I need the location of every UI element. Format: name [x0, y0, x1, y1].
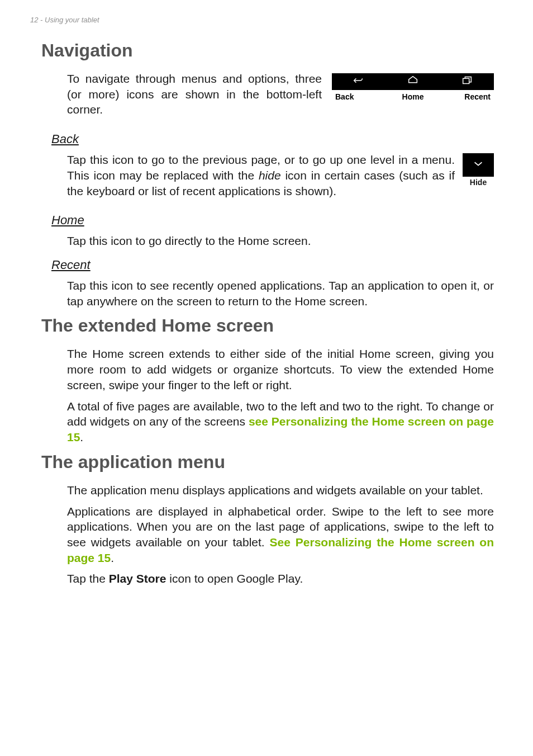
section-title-navigation: Navigation	[41, 40, 494, 61]
navbar-label-home: Home	[387, 92, 439, 101]
section-title-extended-home: The extended Home screen	[41, 315, 494, 336]
navbar-strip	[332, 73, 494, 90]
chevron-down-icon	[472, 158, 484, 172]
appmenu2-text-b: .	[111, 551, 114, 564]
back-paragraph: Tap this icon to go to the previous page…	[67, 152, 455, 199]
navbar-label-recent: Recent	[439, 92, 494, 101]
appmenu-paragraph-3: Tap the Play Store icon to open Google P…	[67, 571, 494, 587]
navbar-label-back: Back	[332, 92, 387, 101]
navbar-labels: Back Home Recent	[332, 92, 494, 101]
subheading-back: Back	[51, 132, 494, 147]
back-subsection-row: Tap this icon to go to the previous page…	[41, 152, 494, 204]
appmenu3-text-a: Tap the	[67, 572, 109, 585]
ext2-text-b: .	[80, 431, 83, 443]
appmenu-paragraph-2: Applications are displayed in alphabetic…	[67, 504, 494, 566]
home-icon	[407, 74, 419, 89]
home-paragraph: Tap this icon to go directly to the Home…	[67, 233, 494, 249]
recent-paragraph: Tap this icon to see recently opened app…	[67, 278, 494, 309]
hide-word-italic: hide	[259, 169, 281, 182]
appmenu-paragraph-1: The application menu displays applicatio…	[67, 483, 494, 498]
extended-paragraph-2: A total of five pages are available, two…	[67, 399, 494, 445]
hide-icon-box	[463, 153, 494, 177]
navigation-intro-row: To navigate through menus and options, t…	[41, 71, 494, 123]
hide-icon-figure: Hide	[463, 153, 494, 187]
extended-paragraph-1: The Home screen extends to either side o…	[67, 346, 494, 393]
play-store-bold: Play Store	[109, 572, 166, 585]
navigation-intro-paragraph: To navigate through menus and options, t…	[67, 71, 322, 117]
appmenu3-text-b: icon to open Google Play.	[166, 572, 303, 585]
svg-rect-0	[463, 78, 469, 83]
section-title-application-menu: The application menu	[41, 452, 494, 472]
subheading-home: Home	[51, 213, 494, 228]
page-content: Navigation To navigate through menus and…	[41, 34, 494, 592]
navbar-illustration: Back Home Recent	[332, 73, 494, 101]
page-header: 12 - Using your tablet	[30, 16, 99, 24]
back-icon	[353, 74, 365, 89]
recent-icon	[461, 74, 473, 89]
hide-icon-caption: Hide	[463, 178, 494, 187]
subheading-recent: Recent	[51, 258, 494, 272]
